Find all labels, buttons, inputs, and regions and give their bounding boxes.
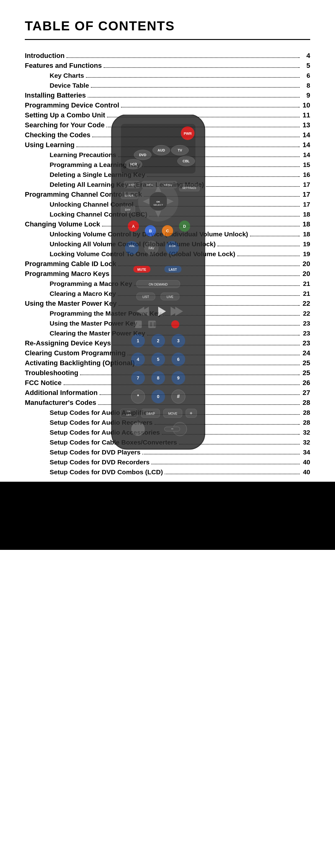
toc-page: 14	[302, 152, 310, 158]
toc-label: Deleting All Learning Keys (Erase Learni…	[50, 181, 204, 188]
toc-page: 23	[302, 320, 310, 327]
toc-item: Setup Codes for DVD Combos (LCD)40	[25, 469, 310, 475]
toc-page: 14	[302, 142, 310, 148]
toc-dots	[113, 345, 300, 345]
toc-item: Troubleshooting25	[25, 370, 310, 376]
toc-dots	[86, 77, 300, 78]
toc-label: Clearing Custom Programming	[25, 350, 125, 356]
toc-label: Locking Channel Control (CBC)	[50, 211, 147, 217]
toc-label: Re-Assigning Device Keys	[25, 340, 111, 347]
toc-item: Activating Backlighting (Optional)25	[25, 360, 310, 367]
toc-dots	[164, 315, 300, 316]
toc-item: Device Table8	[25, 82, 310, 89]
toc-list: Introduction4Features and Functions5Key …	[25, 52, 310, 475]
toc-item: Programming Channel Control Lock17	[25, 191, 310, 198]
toc-item: Setting Up a Combo Unit11	[25, 112, 310, 119]
toc-page: 17	[302, 191, 310, 198]
toc-label: Programming Cable ID Lock	[25, 260, 116, 267]
toc-item: Setup Codes for DVD Players34	[25, 449, 310, 456]
toc-label: Programming Channel Control Lock	[25, 191, 142, 198]
toc-page: 25	[302, 360, 310, 367]
toc-page: 5	[302, 62, 310, 69]
toc-page: 25	[302, 370, 310, 376]
toc-dots	[151, 464, 300, 464]
toc-label: Using the Master Power Key	[25, 300, 117, 307]
toc-page: 26	[302, 379, 310, 386]
toc-label: Programming Device Control	[25, 102, 119, 109]
toc-label: Setup Codes for DVD Recorders	[50, 459, 149, 465]
title-section: TABLE OF CONTENTS	[25, 19, 310, 40]
toc-item: Locking Channel Control (CBC)18	[25, 211, 310, 218]
toc-item: Using the Master Power Key22	[25, 300, 310, 307]
toc-dots	[118, 156, 300, 157]
toc-dots	[179, 444, 300, 444]
toc-page: 17	[302, 181, 310, 188]
toc-item: Installing Batteries9	[25, 92, 310, 99]
toc-page: 40	[302, 459, 310, 465]
toc-dots	[92, 136, 300, 137]
toc-page: 28	[302, 419, 310, 426]
toc-page: 22	[302, 300, 310, 307]
toc-item: Programming Device Control10	[25, 102, 310, 109]
toc-dots	[80, 374, 300, 375]
toc-label: Setup Codes for Audio Accessories	[50, 429, 160, 436]
toc-page: 17	[302, 201, 310, 208]
toc-label: Troubleshooting	[25, 370, 78, 376]
toc-page: 15	[302, 161, 310, 168]
toc-page: 34	[302, 449, 310, 455]
toc-label: Deleting a Single Learning Key	[50, 171, 145, 178]
toc-dots	[104, 67, 300, 68]
toc-label: Using Learning	[25, 142, 75, 148]
toc-label: Programming the Master Power Key	[50, 310, 162, 317]
toc-page: 32	[302, 439, 310, 445]
toc-dots	[144, 196, 300, 197]
page-content: TABLE OF CONTENTS Introduction4Features …	[0, 0, 335, 475]
toc-item: Unlocking Channel Control17	[25, 201, 310, 208]
toc-label: Installing Batteries	[25, 92, 86, 99]
toc-dots	[165, 474, 300, 474]
toc-page: 18	[302, 221, 310, 228]
toc-page: 4	[302, 52, 310, 59]
toc-page: 23	[302, 330, 310, 336]
toc-dots	[100, 394, 300, 395]
toc-label: Unlocking All Volume Control (Global Vol…	[50, 241, 216, 247]
toc-item: Programming a Macro Key21	[25, 280, 310, 287]
toc-label: FCC Notice	[25, 379, 62, 386]
toc-label: Clearing the Master Power Key	[50, 330, 145, 336]
toc-page: 14	[302, 132, 310, 138]
toc-label: Programming Macro Keys	[25, 271, 110, 277]
toc-page: 13	[302, 122, 310, 129]
toc-dots	[88, 97, 300, 98]
toc-item: FCC Notice26	[25, 379, 310, 386]
toc-dots	[111, 275, 300, 276]
toc-label: Setup Codes for Cable Boxes/Converters	[50, 439, 177, 445]
toc-label: Checking the Codes	[25, 132, 90, 138]
toc-item: Changing Volume Lock18	[25, 221, 310, 228]
toc-page: 19	[302, 251, 310, 257]
toc-dots	[155, 414, 300, 415]
toc-item: Setup Codes for Audio Amplifiers28	[25, 409, 310, 416]
toc-label: Unlocking Volume Control by Device (Indi…	[50, 231, 248, 237]
toc-label: Unlocking Channel Control	[50, 201, 134, 208]
toc-item: Additional Information27	[25, 390, 310, 396]
toc-label: Device Table	[50, 82, 89, 89]
toc-page: 27	[302, 390, 310, 396]
toc-item: Setup Codes for Audio Receivers28	[25, 419, 310, 426]
toc-label: Searching for Your Code	[25, 122, 105, 129]
toc-label: Additional Information	[25, 390, 98, 396]
toc-page: 6	[302, 72, 310, 79]
toc-dots	[128, 355, 300, 355]
toc-item: Programming Cable ID Lock20	[25, 260, 310, 267]
toc-label: Locking Volume Control To One Mode (Glob…	[50, 251, 235, 257]
toc-dots	[66, 57, 300, 58]
toc-label: Setup Codes for Audio Amplifiers	[50, 409, 153, 416]
toc-dots	[237, 255, 300, 256]
toc-item: Learning Precautions14	[25, 152, 310, 158]
toc-item: Setup Codes for Cable Boxes/Converters32	[25, 439, 310, 446]
toc-dots	[142, 166, 300, 167]
toc-dots	[107, 117, 300, 117]
toc-item: Programming the Master Power Key22	[25, 310, 310, 317]
toc-label: Key Charts	[50, 72, 84, 79]
toc-dots	[142, 454, 300, 455]
toc-item: Programming Macro Keys20	[25, 271, 310, 277]
